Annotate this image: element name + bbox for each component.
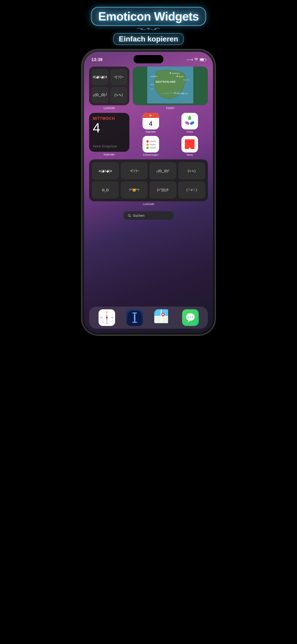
battery-fill	[200, 59, 204, 60]
search-text: Suchen	[133, 214, 144, 218]
terminal-icon[interactable]	[126, 309, 143, 326]
app-cal-month: MI	[150, 114, 152, 116]
svg-point-27	[146, 140, 149, 142]
widget-apps-grid: MI 4 Kalender	[132, 113, 208, 156]
svg-point-25	[188, 120, 191, 122]
dock-safari[interactable]	[98, 309, 115, 326]
search-bar-wrapper: Suchen	[89, 208, 208, 222]
messages-icon[interactable]	[182, 309, 199, 326]
dock-messages[interactable]	[182, 309, 199, 326]
app-news-label: News	[186, 154, 193, 156]
widget-lunicode-small: ส(◕ʖ◕)ส ¬(ツ)¬ ┌(ʘ‿ʘ)┘ (∿∿) Lunicode	[89, 66, 130, 110]
svg-point-13	[176, 76, 178, 77]
calendar-widget-box[interactable]: MITTWOCH 4 Keine Ereignisse	[89, 113, 130, 152]
lunicode-large-cell-8[interactable]: (ㄒoㄒ)	[178, 181, 205, 198]
svg-point-1	[148, 28, 150, 30]
app-news-icon[interactable]	[182, 136, 198, 152]
svg-rect-55	[132, 312, 137, 314]
lunicode-cell-4[interactable]: (∿∿)	[110, 87, 127, 103]
calendar-label: Kalender	[89, 153, 130, 156]
app-photos-icon[interactable]	[182, 113, 198, 130]
svg-rect-30	[150, 144, 156, 145]
dynamic-island	[134, 55, 164, 63]
app-calendar-label: Kalender	[146, 130, 156, 133]
app-reminders-icon[interactable]	[142, 136, 159, 152]
widget-row-2: MITTWOCH 4 Keine Ereignisse Kalender	[89, 113, 208, 156]
signal-icon	[187, 59, 193, 60]
app-photos-wrapper[interactable]: Fotos	[180, 113, 199, 133]
wifi-icon	[194, 58, 198, 61]
safari-icon[interactable]	[98, 309, 115, 326]
svg-point-31	[146, 147, 149, 149]
screen-content: ส(◕ʖ◕)ส ¬(ツ)¬ ┌(ʘ‿ʘ)┘ (∿∿) Lunicode	[84, 64, 213, 333]
lunicode-cell-2[interactable]: ¬(ツ)¬	[110, 69, 127, 85]
phone-frame: 13:38	[82, 50, 215, 335]
svg-text:Hamburg: Hamburg	[172, 72, 180, 74]
app-photos-label: Fotos	[186, 130, 193, 133]
widget-map[interactable]: DEUTSCHLAND NIEDERL. BELG. LUX. TSCHECH.…	[132, 66, 208, 110]
app-calendar-wrapper[interactable]: MI 4 Kalender	[142, 113, 160, 133]
svg-line-41	[130, 216, 131, 217]
dock-maps[interactable]	[154, 309, 171, 326]
svg-rect-54	[134, 314, 135, 321]
dock	[89, 306, 208, 329]
dock-terminal[interactable]	[126, 309, 143, 326]
svg-point-64	[162, 314, 164, 315]
lunicode-small-label: Lunicode	[89, 106, 130, 110]
svg-point-69	[190, 316, 191, 318]
widget-calendar: MITTWOCH 4 Keine Ereignisse Kalender	[89, 113, 130, 156]
status-icons	[187, 58, 206, 61]
svg-rect-37	[192, 140, 194, 149]
battery-icon	[200, 58, 206, 61]
page-wrapper: Emoticon Widgets Einfach kopieren 13:38	[74, 0, 223, 344]
search-bar[interactable]: Suchen	[123, 211, 174, 220]
widget-row-1: ส(◕ʖ◕)ส ¬(ツ)¬ ┌(ʘ‿ʘ)┘ (∿∿) Lunicode	[89, 66, 208, 110]
app-calendar-icon[interactable]: MI 4	[142, 113, 159, 130]
banner-decoration	[135, 27, 162, 31]
svg-text:NIEDERL.: NIEDERL.	[150, 76, 158, 77]
app-cal-day: 4	[149, 120, 153, 127]
svg-text:LUX.: LUX.	[150, 88, 154, 90]
map-label: Karten	[132, 106, 208, 110]
lunicode-large-cell-6[interactable]: ?^🐱^?	[121, 181, 148, 198]
lunicode-large-cell-1[interactable]: ส(◕ʖ◕)ส	[92, 162, 119, 180]
apps-row-2: Erinnerungen	[132, 136, 208, 156]
svg-text:TSCHECH.: TSCHECH.	[183, 79, 190, 80]
svg-text:Berlin: Berlin	[179, 76, 184, 78]
lunicode-large-cell-5[interactable]: ʘ_ʘ	[92, 181, 119, 198]
svg-rect-56	[132, 322, 137, 323]
svg-rect-38	[185, 140, 188, 149]
lunicode-small-grid: ส(◕ʖ◕)ส ¬(ツ)¬ ┌(ʘ‿ʘ)┘ (∿∿)	[89, 66, 130, 105]
widget-lunicode-large: ส(◕ʖ◕)ส ¬(ツ)¬ ┌(ʘ‿ʘ)┘ (∿∿) ʘ_ʘ ?^🐱^? (>°…	[89, 160, 208, 201]
cal-day-num: 4	[93, 121, 126, 134]
lunicode-cell-3[interactable]: ┌(ʘ‿ʘ)┘	[92, 87, 108, 103]
lunicode-large-cell-3[interactable]: ┌(ʘ‿ʘ)┘	[150, 162, 176, 180]
map-svg: DEUTSCHLAND NIEDERL. BELG. LUX. TSCHECH.…	[132, 66, 208, 104]
lunicode-large-cell-7[interactable]: (>°))))彡	[150, 181, 176, 198]
svg-text:BELG.: BELG.	[151, 84, 155, 85]
app-news-wrapper[interactable]: News	[180, 136, 199, 156]
maps-icon[interactable]	[154, 309, 171, 326]
map-container[interactable]: DEUTSCHLAND NIEDERL. BELG. LUX. TSCHECH.…	[132, 66, 208, 105]
lunicode-large-wrapper: ส(◕ʖ◕)ส ¬(ツ)¬ ┌(ʘ‿ʘ)┘ (∿∿) ʘ_ʘ ?^🐱^? (>°…	[89, 160, 208, 206]
svg-rect-32	[150, 147, 156, 148]
status-time: 13:38	[92, 57, 103, 62]
header-banner: Emoticon Widgets Einfach kopieren	[74, 4, 223, 45]
banner-title: Emoticon Widgets	[91, 7, 206, 26]
svg-point-0	[141, 28, 142, 30]
search-icon	[128, 214, 131, 217]
svg-text:DEUTSCHLAND: DEUTSCHLAND	[156, 80, 176, 83]
svg-point-2	[154, 28, 156, 30]
app-reminders-wrapper[interactable]: Erinnerungen	[142, 136, 160, 156]
svg-rect-28	[150, 141, 156, 142]
lunicode-large-label: Lunicode	[89, 202, 208, 206]
apps-row-1: MI 4 Kalender	[132, 113, 208, 133]
lunicode-cell-1[interactable]: ส(◕ʖ◕)ส	[92, 69, 108, 85]
svg-point-29	[146, 144, 149, 146]
phone-screen: 13:38	[84, 52, 213, 333]
svg-point-11	[170, 72, 171, 74]
lunicode-large-grid: ส(◕ʖ◕)ส ¬(ツ)¬ ┌(ʘ‿ʘ)┘ (∿∿) ʘ_ʘ ?^🐱^? (>°…	[92, 162, 205, 198]
lunicode-large-cell-2[interactable]: ¬(ツ)¬	[121, 162, 148, 180]
lunicode-large-cell-4[interactable]: (∿∿)	[178, 162, 205, 180]
svg-point-68	[188, 316, 189, 318]
